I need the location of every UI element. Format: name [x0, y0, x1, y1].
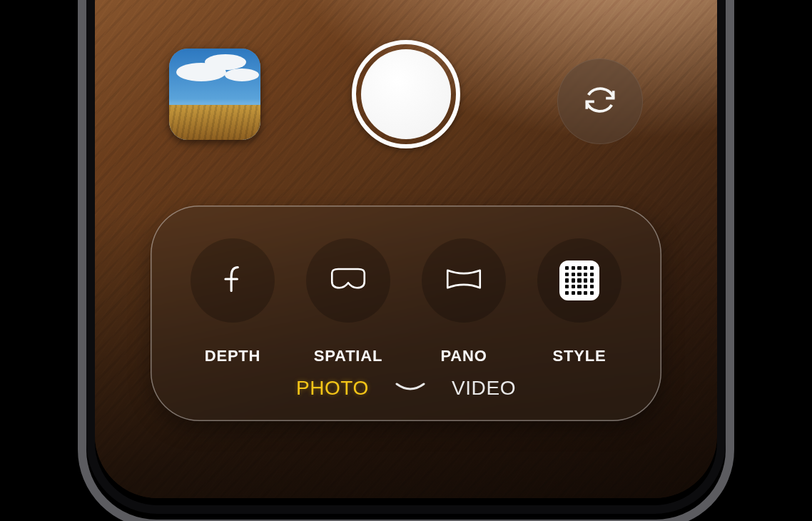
option-label: SPATIAL	[314, 347, 382, 365]
panorama-icon	[444, 263, 484, 298]
aperture-f-icon	[213, 263, 253, 298]
option-pano[interactable]: PANO	[417, 238, 510, 365]
option-label: STYLE	[553, 347, 607, 365]
option-style[interactable]: STYLE	[533, 238, 626, 365]
goggles-icon	[328, 263, 368, 298]
flip-camera-button[interactable]	[557, 59, 643, 144]
camera-app-screenshot: DEPTH SPATIAL	[0, 0, 812, 521]
last-photo-thumbnail[interactable]	[169, 49, 260, 140]
shutter-button[interactable]	[352, 40, 460, 148]
mode-separator-icon	[395, 380, 426, 397]
flip-camera-icon	[580, 80, 620, 123]
option-label: PANO	[440, 347, 487, 365]
phone-screen: DEPTH SPATIAL	[95, 0, 717, 498]
option-depth[interactable]: DEPTH	[186, 238, 279, 365]
mode-photo[interactable]: PHOTO	[296, 377, 369, 400]
option-spatial[interactable]: SPATIAL	[302, 238, 395, 365]
mode-video[interactable]: VIDEO	[452, 377, 516, 400]
option-label: DEPTH	[205, 347, 261, 365]
style-grid-icon	[559, 260, 599, 300]
capture-options-panel: DEPTH SPATIAL	[151, 206, 661, 421]
capture-mode-row: PHOTO VIDEO	[151, 377, 661, 400]
